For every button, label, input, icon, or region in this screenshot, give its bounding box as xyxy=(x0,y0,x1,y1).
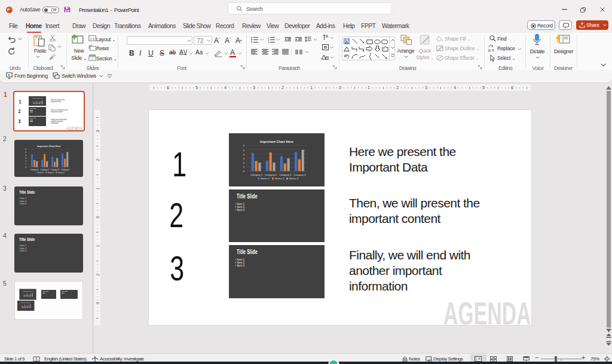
svg-text:A: A xyxy=(326,34,329,38)
svg-text:c: c xyxy=(492,47,495,52)
svg-text:Category 1: Category 1 xyxy=(250,173,263,176)
svg-text:b: b xyxy=(488,48,491,53)
svg-text:Important Chart Here: Important Chart Here xyxy=(260,140,293,143)
svg-text:Category 3: Category 3 xyxy=(279,173,292,176)
svg-text:Series 2: Series 2 xyxy=(275,177,284,180)
svg-text:2: 2 xyxy=(268,40,270,42)
svg-text:Category 4: Category 4 xyxy=(293,173,306,176)
svg-text:Category 2: Category 2 xyxy=(265,173,277,176)
svg-text:Series 1: Series 1 xyxy=(261,177,270,180)
svg-text:Important Chart Here: Important Chart Here xyxy=(32,97,43,99)
svg-text:Important Chart Here: Important Chart Here xyxy=(21,302,31,303)
svg-text:Important Chart Here: Important Chart Here xyxy=(23,290,33,292)
svg-text:P: P xyxy=(7,8,10,12)
svg-text:Series 3: Series 3 xyxy=(289,177,299,180)
